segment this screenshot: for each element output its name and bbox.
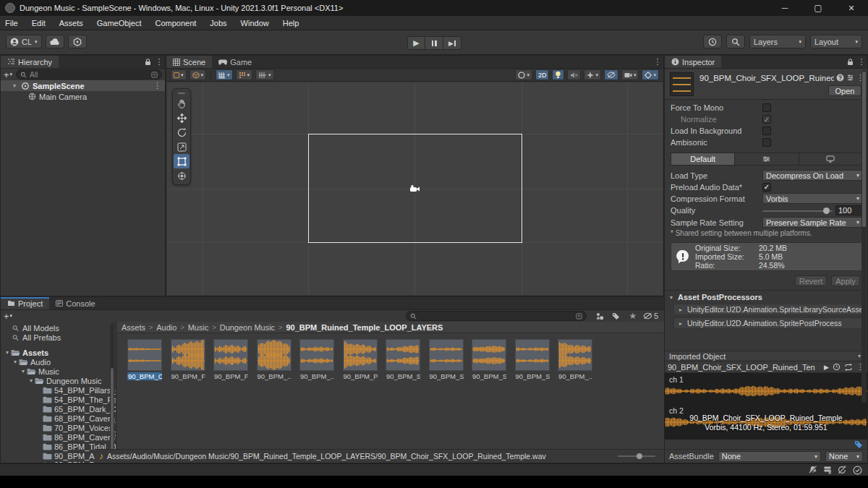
- inspector-tab[interactable]: Inspector: [665, 56, 721, 68]
- preload-checkbox[interactable]: ✓: [762, 183, 771, 192]
- progress-status-icon[interactable]: [849, 466, 865, 475]
- hierarchy-item-samplescene[interactable]: ▾ SampleScene ⋮: [1, 80, 165, 91]
- tool-strip-handle[interactable]: [174, 90, 190, 96]
- file-item[interactable]: 90_BPM_S...: [515, 339, 550, 380]
- load-in-background-checkbox[interactable]: [762, 127, 771, 135]
- camera-gizmo-icon[interactable]: [409, 184, 421, 194]
- slider-handle[interactable]: [637, 453, 642, 459]
- menu-window[interactable]: Window: [241, 19, 269, 27]
- quality-value-field[interactable]: 100: [835, 205, 863, 215]
- pause-button[interactable]: [425, 36, 443, 50]
- tree-item-music[interactable]: ▾Music: [1, 367, 116, 376]
- tool-settings-dropdown[interactable]: ▾: [171, 69, 187, 80]
- presets-icon[interactable]: [846, 74, 854, 82]
- compression-dropdown[interactable]: Vorbis▾: [762, 193, 863, 204]
- file-item[interactable]: 90_BPM_S...: [472, 339, 506, 380]
- console-tab[interactable]: Console: [49, 297, 101, 309]
- notifications-muted-icon[interactable]: [806, 466, 820, 474]
- tree-item-assets[interactable]: ▾Assets: [1, 348, 116, 357]
- move-tool-button[interactable]: [174, 111, 190, 125]
- preview-loop-button[interactable]: [833, 363, 841, 371]
- layers-dropdown[interactable]: Layers▾: [749, 35, 806, 48]
- file-item[interactable]: 90_BPM_...: [299, 339, 334, 380]
- search-button[interactable]: [726, 35, 745, 48]
- quality-slider[interactable]: 100: [762, 205, 863, 215]
- hierarchy-search-input[interactable]: All: [16, 69, 162, 80]
- play-button[interactable]: ▶: [407, 36, 425, 50]
- undo-history-button[interactable]: [703, 35, 722, 48]
- account-dropdown[interactable]: CL▾: [6, 35, 42, 48]
- breadcrumb-item[interactable]: Music: [188, 323, 209, 332]
- cloud-button[interactable]: [46, 35, 64, 48]
- ambisonic-checkbox[interactable]: [762, 138, 771, 147]
- effects-dropdown[interactable]: ▾: [584, 69, 601, 80]
- file-item[interactable]: 90_BPM_Pi...: [343, 339, 378, 380]
- plastic-scm-button[interactable]: [68, 35, 87, 48]
- file-item[interactable]: 90_BPM_Fu...: [213, 339, 248, 380]
- create-asset-button[interactable]: +▾: [4, 311, 12, 322]
- imported-object-header[interactable]: Imported Object ▾: [665, 351, 867, 361]
- hidden-items-toggle[interactable]: 5: [643, 312, 658, 320]
- asset-postprocessors-foldout[interactable]: ▾Asset PostProcessors: [668, 293, 762, 301]
- open-button[interactable]: Open: [828, 85, 861, 96]
- sample-rate-dropdown[interactable]: Preserve Sample Rate▾: [762, 217, 863, 228]
- hierarchy-menu-icon[interactable]: ⋮: [153, 56, 165, 68]
- audio-preview-area[interactable]: ch 1 ch 2 90_BPM_Choir_SFX_LOOP_Ruined_T…: [665, 373, 867, 440]
- scene-menu-icon[interactable]: ⋮: [652, 56, 663, 68]
- rect-tool-button[interactable]: [174, 154, 190, 168]
- help-icon[interactable]: [836, 74, 844, 82]
- snap-increment-dropdown[interactable]: ▾: [236, 69, 253, 80]
- file-item[interactable]: 90_BPM_...: [257, 339, 292, 380]
- tree-item-68-bpm-cavern-c[interactable]: 68_BPM_Cavern_c: [1, 414, 116, 423]
- revert-button[interactable]: Revert: [795, 275, 827, 286]
- audio-toggle[interactable]: [567, 69, 581, 80]
- game-tab[interactable]: Game: [212, 56, 258, 68]
- menu-jobs[interactable]: Jobs: [210, 19, 226, 27]
- menu-gameobject[interactable]: GameObject: [97, 19, 142, 27]
- view-tool-button[interactable]: [174, 96, 190, 111]
- scene-tab[interactable]: Scene: [166, 56, 212, 68]
- hierarchy-tab[interactable]: Hierarchy: [1, 56, 59, 68]
- load-type-dropdown[interactable]: Decompress On Load▾: [762, 170, 863, 181]
- lock-icon[interactable]: [844, 56, 856, 68]
- postprocessor-row[interactable]: ▸UnityEditor.U2D.Animation.SpriteLibrary…: [673, 304, 863, 315]
- postprocessor-row[interactable]: ▸UnityEditor.U2D.Animation.SpritePostPro…: [673, 317, 863, 329]
- 2d-toggle[interactable]: 2D: [535, 69, 550, 80]
- preview-repeat-button[interactable]: [844, 364, 853, 371]
- file-item[interactable]: 90_BPM_S...: [429, 339, 464, 380]
- thumbnail-zoom-slider[interactable]: [618, 453, 655, 460]
- tree-item-54-bpm-the-past[interactable]: 54_BPM_The_Past: [1, 395, 116, 404]
- menu-assets[interactable]: Assets: [59, 19, 83, 27]
- shading-mode-dropdown[interactable]: ▾: [515, 69, 532, 80]
- force-to-mono-checkbox[interactable]: [762, 103, 771, 112]
- favorites-star-icon[interactable]: ★: [626, 311, 639, 321]
- assetbundle-variant-dropdown[interactable]: None▾: [825, 451, 863, 462]
- lighting-toggle[interactable]: [552, 69, 564, 80]
- menu-help[interactable]: Help: [283, 19, 299, 27]
- scene-visibility-toggle[interactable]: [604, 69, 618, 80]
- platform-tab-desktop[interactable]: [799, 153, 862, 165]
- tree-item-70-bpm-voices-in[interactable]: 70_BPM_Voices_in: [1, 423, 116, 432]
- apply-button[interactable]: Apply: [831, 275, 860, 286]
- minimize-button[interactable]: ─: [768, 0, 801, 16]
- project-tab[interactable]: Project: [1, 297, 49, 309]
- tree-item-all-models[interactable]: All Models: [1, 323, 116, 333]
- gizmos-dropdown[interactable]: ▾: [642, 69, 659, 80]
- create-object-button[interactable]: +▾: [4, 69, 12, 80]
- tree-scrollbar[interactable]: [110, 323, 114, 461]
- tree-item-65-bpm-dark-cav[interactable]: 65_BPM_Dark_Cav: [1, 404, 116, 414]
- file-item[interactable]: 90_BPM_...: [558, 339, 592, 380]
- breadcrumb-item[interactable]: 90_BPM_Ruined_Temple_LOOP_LAYERS: [286, 323, 443, 332]
- tree-item-86-bpm-cavern-s[interactable]: 86_BPM_Cavern's: [1, 432, 116, 442]
- project-search-input[interactable]: [406, 311, 587, 321]
- platform-tab-standalone[interactable]: [734, 153, 798, 165]
- normalize-checkbox[interactable]: ✓: [762, 115, 771, 124]
- grid-snapping-toggle[interactable]: ▾: [216, 69, 233, 80]
- scene-menu-icon[interactable]: ⋮: [153, 81, 161, 90]
- tree-item-54-bpm-pillars-of[interactable]: 54_BPM_Pillars_of: [1, 385, 116, 395]
- breadcrumb-item[interactable]: Audio: [156, 323, 176, 332]
- tree-item-audio[interactable]: ▾Audio: [1, 357, 116, 367]
- lock-icon[interactable]: [142, 56, 153, 68]
- grid-visibility-dropdown[interactable]: ▾: [255, 69, 274, 80]
- inspector-scrollbar[interactable]: [861, 70, 867, 403]
